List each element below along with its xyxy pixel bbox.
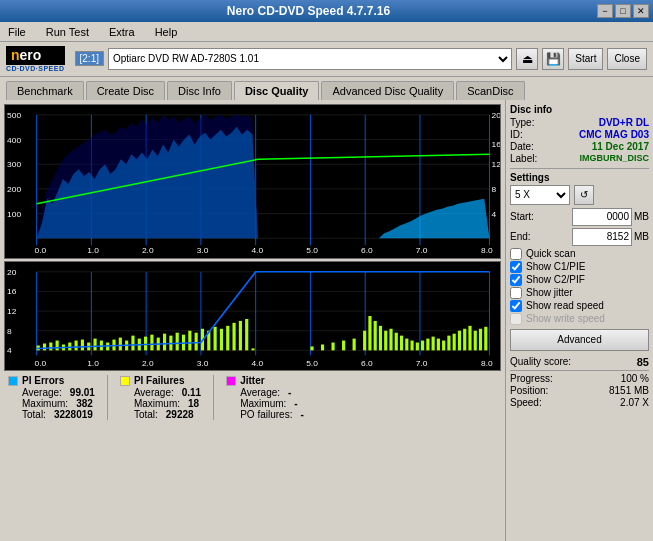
svg-text:6.0: 6.0 [361,359,373,368]
start-input[interactable] [572,208,632,226]
svg-rect-93 [353,338,356,350]
svg-rect-109 [442,340,445,350]
jitter-content: Jitter Average: - Maximum: - PO failures… [240,375,304,420]
svg-text:400: 400 [7,136,22,145]
svg-text:4: 4 [492,210,497,219]
pi-errors-title: PI Errors [22,375,95,386]
end-unit: MB [634,231,649,242]
start-input-group: MB [572,208,649,226]
minimize-button[interactable]: − [597,4,613,18]
svg-rect-89 [310,346,313,350]
svg-text:3.0: 3.0 [197,246,209,255]
refresh-button[interactable]: ↺ [574,185,594,205]
show-read-speed-checkbox[interactable] [510,300,522,312]
menubar: File Run Test Extra Help [0,22,653,42]
svg-rect-98 [384,331,387,351]
jitter-avg-label: Average: [240,387,280,398]
svg-text:16: 16 [7,287,17,296]
jitter-legend [226,376,236,386]
svg-rect-88 [251,348,254,350]
speed-label: Speed: [510,397,542,408]
show-c1-checkbox[interactable] [510,261,522,273]
svg-rect-87 [245,319,248,350]
jitter-po-label: PO failures: [240,409,292,420]
jitter-po-row: PO failures: - [240,409,304,420]
stat-divider-1 [107,375,108,420]
menu-help[interactable]: Help [151,24,182,40]
svg-text:8.0: 8.0 [481,359,493,368]
pi-failures-max-value: 18 [188,398,199,409]
speed-value-row: Speed: 2.07 X [510,397,649,408]
disc-type-row: Type: DVD+R DL [510,117,649,128]
disc-id-label: ID: [510,129,523,140]
eject-icon-button[interactable]: ⏏ [516,48,538,70]
svg-text:20: 20 [492,111,500,120]
svg-rect-94 [363,331,366,351]
svg-text:5.0: 5.0 [306,359,318,368]
menu-extra[interactable]: Extra [105,24,139,40]
start-button[interactable]: Start [568,48,603,70]
jitter-avg-value: - [288,387,291,398]
svg-rect-101 [400,335,403,350]
menu-file[interactable]: File [4,24,30,40]
svg-rect-115 [474,331,477,351]
show-jitter-row: Show jitter [510,287,649,299]
save-icon-button[interactable]: 💾 [542,48,564,70]
close-window-button[interactable]: ✕ [633,4,649,18]
show-write-speed-checkbox[interactable] [510,313,522,325]
speed-selector[interactable]: 5 X [510,185,570,205]
disc-date-value: 11 Dec 2017 [592,141,649,152]
nero-subtitle: CD·DVD·SPEED [6,65,65,72]
show-c2-checkbox[interactable] [510,274,522,286]
pi-errors-max-label: Maximum: [22,398,68,409]
bottom-chart: 20 16 12 8 4 0.0 1.0 2.0 3.0 4.0 5.0 6.0… [4,261,501,371]
window-controls: − □ ✕ [597,4,649,18]
svg-rect-116 [479,329,482,351]
svg-text:0.0: 0.0 [34,246,46,255]
pi-failures-max-label: Maximum: [134,398,180,409]
svg-rect-74 [163,333,166,350]
pi-errors-content: PI Errors Average: 99.01 Maximum: 382 To… [22,375,95,420]
position-value: 8151 MB [609,385,649,396]
svg-rect-63 [93,338,96,350]
svg-rect-69 [131,335,134,350]
svg-rect-107 [432,336,435,350]
pi-errors-total-value: 3228019 [54,409,93,420]
disc-id-value: CMC MAG D03 [579,129,649,140]
tab-benchmark[interactable]: Benchmark [6,81,84,100]
svg-rect-56 [49,342,52,350]
show-c1-row: Show C1/PIE [510,261,649,273]
advanced-button[interactable]: Advanced [510,329,649,351]
bottom-chart-svg: 20 16 12 8 4 0.0 1.0 2.0 3.0 4.0 5.0 6.0… [5,262,500,370]
position-label: Position: [510,385,548,396]
svg-rect-111 [453,333,456,350]
tab-create-disc[interactable]: Create Disc [86,81,165,100]
svg-rect-76 [176,332,179,350]
pi-failures-avg-row: Average: 0.11 [134,387,201,398]
tab-advanced-disc-quality[interactable]: Advanced Disc Quality [321,81,454,100]
svg-rect-79 [195,332,198,350]
disc-date-row: Date: 11 Dec 2017 [510,141,649,152]
svg-text:300: 300 [7,160,22,169]
svg-text:7.0: 7.0 [416,359,428,368]
stats-bar: PI Errors Average: 99.01 Maximum: 382 To… [4,373,501,422]
section-divider-1 [510,165,649,169]
show-jitter-checkbox[interactable] [510,287,522,299]
tab-scandisc[interactable]: ScanDisc [456,81,524,100]
disc-info-title: Disc info [510,104,649,115]
maximize-button[interactable]: □ [615,4,631,18]
pi-failures-total-value: 29228 [166,409,194,420]
close-button[interactable]: Close [607,48,647,70]
tab-disc-info[interactable]: Disc Info [167,81,232,100]
svg-text:12: 12 [492,160,500,169]
pi-failures-legend [120,376,130,386]
end-input[interactable] [572,228,632,246]
svg-text:100: 100 [7,210,22,219]
svg-rect-82 [214,327,217,351]
show-read-speed-label: Show read speed [526,300,604,311]
tab-disc-quality[interactable]: Disc Quality [234,81,320,100]
drive-selector[interactable]: Optiarc DVD RW AD-7280S 1.01 [108,48,512,70]
menu-runtest[interactable]: Run Test [42,24,93,40]
svg-rect-99 [389,329,392,351]
quick-scan-checkbox[interactable] [510,248,522,260]
